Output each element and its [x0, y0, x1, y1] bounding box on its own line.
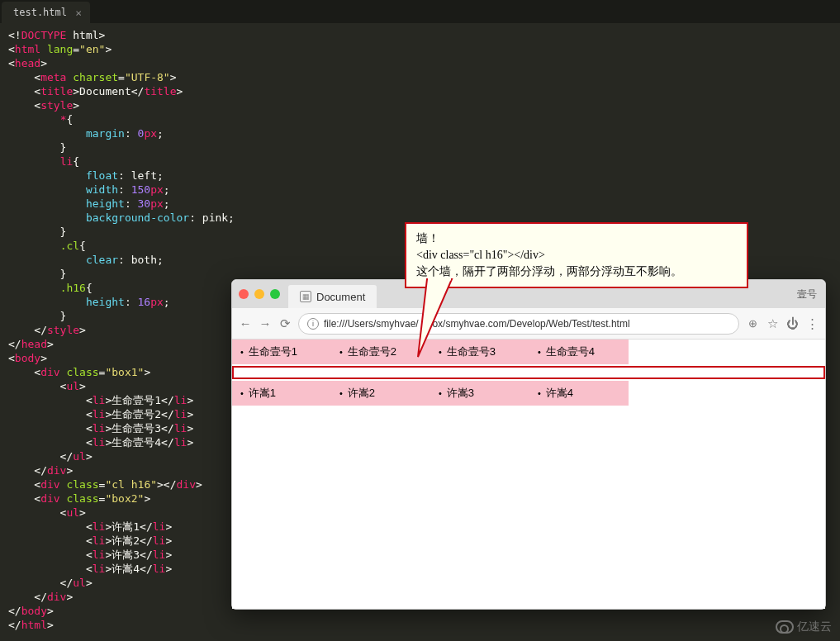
clear-wall	[232, 366, 825, 379]
code-token: <	[8, 380, 66, 392]
code-token: "cl h16"	[105, 478, 157, 491]
list-item: 生命壹号1	[232, 339, 331, 364]
code-token: <	[8, 563, 93, 575]
site-info-icon[interactable]: i	[307, 318, 319, 330]
code-token: <	[8, 520, 93, 533]
code-token	[8, 169, 86, 182]
code-token: >	[79, 506, 86, 519]
close-icon[interactable]: ×	[75, 7, 82, 19]
list-row-2: 许嵩1许嵩2许嵩3许嵩4	[232, 381, 825, 406]
window-minimize-icon[interactable]	[254, 289, 264, 299]
annotation-callout: 墙！ <div class="cl h16"></div> 这个墙，隔开了两部分…	[405, 222, 748, 288]
code-token: </	[8, 324, 47, 336]
zoom-icon[interactable]: ⊕	[746, 317, 759, 330]
code-token: <	[8, 352, 15, 364]
code-token: DOCTYPE	[21, 29, 67, 41]
code-token: margin	[86, 127, 125, 140]
code-token	[8, 127, 86, 140]
power-icon[interactable]: ⏻	[785, 316, 799, 330]
code-token: px	[150, 296, 164, 308]
code-token	[8, 296, 86, 308]
code-token: >	[187, 408, 193, 420]
watermark-text: 亿速云	[797, 620, 832, 634]
editor-tab[interactable]: test.html ×	[2, 2, 90, 23]
code-token: >生命壹号3</	[105, 422, 173, 434]
code-token: ul	[73, 450, 86, 463]
list-item: 许嵩1	[232, 381, 331, 406]
code-token: >许嵩4</	[105, 563, 152, 575]
profile-label[interactable]: 壹号	[797, 287, 817, 302]
code-token: >	[187, 394, 193, 406]
list-item: 生命壹号2	[331, 339, 430, 364]
code-token: >	[105, 43, 112, 55]
code-token	[8, 211, 86, 224]
code-token: >许嵩2</	[105, 534, 152, 547]
code-token: 16	[138, 296, 151, 308]
code-token: >	[144, 366, 150, 378]
code-token: li	[153, 563, 166, 575]
code-token: <	[8, 366, 40, 378]
list-item: 许嵩2	[331, 381, 430, 406]
browser-tab-title: Document	[316, 291, 365, 303]
code-token: <	[8, 71, 40, 83]
editor-tab-label: test.html	[13, 7, 67, 18]
code-token: ul	[66, 380, 79, 392]
code-token: li	[60, 155, 74, 168]
code-token: ;	[157, 127, 164, 140]
code-token: "en"	[79, 43, 105, 55]
code-token: meta	[40, 71, 66, 83]
code-token: li	[153, 548, 166, 561]
code-token: : pink;	[189, 211, 235, 224]
code-token: charset	[73, 71, 118, 83]
browser-window: ▦ Document 壹号 ← → ⟳ i file:///Users/smyh…	[231, 279, 826, 610]
code-token: ul	[66, 506, 79, 519]
code-token: >	[79, 324, 86, 336]
code-token: li	[174, 408, 187, 420]
code-token: li	[153, 520, 166, 533]
code-token: >	[40, 352, 47, 364]
code-token: >	[165, 534, 172, 547]
code-token: li	[93, 408, 106, 420]
code-token: <	[8, 436, 93, 449]
menu-icon[interactable]: ⋮	[805, 316, 819, 331]
code-token: }	[8, 226, 66, 238]
code-token: li	[174, 422, 187, 434]
list-item: 许嵩4	[529, 381, 629, 406]
address-bar[interactable]: i file:///Users/smyhvae/ pbox/smyhvae.co…	[298, 313, 739, 335]
code-token: <!	[8, 29, 21, 41]
back-icon[interactable]: ←	[239, 316, 252, 330]
code-token: >Document</	[73, 85, 144, 97]
window-close-icon[interactable]	[239, 289, 249, 299]
code-token: {	[79, 240, 86, 252]
code-token: ;	[164, 183, 170, 196]
page-viewport: 生命壹号1生命壹号2生命壹号3生命壹号4 许嵩1许嵩2许嵩3许嵩4	[232, 339, 825, 609]
callout-line: <div class="cl h16"></div>	[416, 247, 737, 264]
code-token: :	[125, 296, 138, 308]
code-token: div	[47, 464, 66, 477]
code-token: >	[165, 520, 172, 533]
url-text: file:///Users/smyhvae/ pbox/smyhvae.com/…	[324, 318, 630, 330]
code-token: <	[8, 534, 93, 547]
code-token: .cl	[60, 240, 79, 252]
callout-line: 墙！	[416, 230, 737, 247]
code-token: div	[40, 492, 59, 505]
code-token: 30	[138, 197, 151, 210]
bookmark-icon[interactable]: ☆	[766, 316, 779, 331]
list-item: 生命壹号4	[529, 339, 629, 364]
code-token: </	[8, 619, 21, 631]
code-token: ul	[73, 577, 86, 589]
reload-icon[interactable]: ⟳	[278, 316, 292, 331]
code-token: <	[8, 408, 93, 420]
list-item: 许嵩3	[430, 381, 529, 406]
code-token: >	[66, 464, 73, 477]
code-token: <	[8, 57, 15, 69]
code-token: px	[144, 127, 157, 140]
code-token: <	[8, 548, 93, 561]
forward-icon[interactable]: →	[259, 316, 272, 330]
code-token: {	[86, 282, 93, 294]
window-zoom-icon[interactable]	[270, 289, 280, 299]
code-token: body	[21, 605, 47, 617]
code-token: ></	[157, 478, 176, 491]
code-token: >生命壹号4</	[105, 436, 173, 449]
browser-tab[interactable]: ▦ Document	[288, 285, 377, 308]
